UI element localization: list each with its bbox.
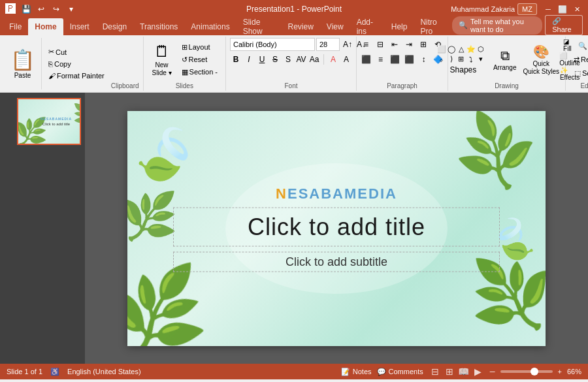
status-bar: Slide 1 of 1 ♿ English (United States) 📝… [0, 364, 588, 379]
replace-button[interactable]: ⇄ Replace [570, 54, 588, 65]
italic-button[interactable]: I [243, 53, 255, 66]
outline-view-button[interactable]: ⊞ [443, 366, 456, 377]
zoom-out-button[interactable]: ─ [490, 368, 495, 375]
tab-animations[interactable]: Animations [184, 18, 236, 35]
slideshow-view-button[interactable]: ▶ [472, 366, 485, 377]
char-spacing-button[interactable]: AV [295, 53, 307, 66]
copy-button[interactable]: ⎘ Copy [44, 59, 108, 69]
tab-help[interactable]: Help [385, 18, 414, 35]
tab-nitro[interactable]: Nitro Pro [414, 18, 451, 35]
zoom-in-button[interactable]: + [558, 368, 562, 375]
quick-styles-button[interactable]: 🎨 Quick Quick Styles [520, 42, 562, 76]
drawing-group-content: ⬜ ◯ △ ⭐ ⬡ ⬦ ⟩ ⊞ ⤵ ▾ Shapes ⧉ Arrange [437, 38, 576, 81]
shadow-button[interactable]: S [282, 53, 294, 66]
numbering-button[interactable]: ⊟ [374, 38, 387, 51]
cut-icon: ✂ [48, 48, 54, 56]
tab-view[interactable]: View [320, 18, 350, 35]
shape-item[interactable]: ⊞ [457, 55, 466, 64]
normal-view-button[interactable]: ⊟ [429, 366, 442, 377]
align-center-button[interactable]: ≡ [374, 53, 387, 66]
reset-button[interactable]: ↺ Reset [178, 54, 221, 65]
leaf-mid-left: 🌿 [127, 189, 178, 243]
align-right-button[interactable]: ⬛ [388, 53, 401, 66]
tab-addins[interactable]: Add-ins [350, 18, 385, 35]
new-slide-button[interactable]: 🗒 New Slide ▾ [148, 40, 176, 79]
font-name-input[interactable] [230, 38, 315, 51]
zoom-slider[interactable] [500, 370, 553, 373]
columns-button[interactable]: ⊞ [417, 38, 430, 51]
shape-item[interactable]: ⤵ [466, 55, 476, 64]
title-bar-left: 🅿 💾 ↩ ↪ ▾ [5, 3, 78, 16]
font-color-button[interactable]: A [327, 53, 339, 66]
restore-button[interactable]: ⬜ [557, 3, 568, 15]
view-buttons: ⊟ ⊞ 📖 ▶ [429, 366, 485, 377]
more-shapes-button[interactable]: ▾ [476, 55, 485, 64]
change-case-button[interactable]: Aa [308, 53, 320, 66]
slide-thumbnail[interactable]: 🌿 🌿 NESABAMEDIA Click to add title [17, 98, 81, 145]
tab-slideshow[interactable]: Slide Show [237, 18, 282, 35]
find-button[interactable]: 🔍 Find [574, 40, 588, 52]
slide-title-placeholder[interactable]: Click to add title [173, 207, 500, 246]
shape-item[interactable]: ⬜ [437, 45, 446, 54]
font-size-input[interactable] [316, 38, 340, 51]
tab-file[interactable]: File [3, 18, 28, 35]
shape-item[interactable]: △ [457, 45, 466, 54]
tab-review[interactable]: Review [282, 18, 320, 35]
cut-button[interactable]: ✂ Cut [44, 46, 108, 57]
undo-button[interactable]: ↩ [35, 3, 48, 16]
font-group-label: Font [284, 81, 297, 89]
shape-item[interactable]: ⟩ [447, 55, 456, 64]
line-spacing-button[interactable]: ↕ [417, 53, 430, 66]
minimize-button[interactable]: ─ [542, 3, 554, 15]
comments-button[interactable]: 💬 Comments [377, 368, 423, 376]
tab-insert[interactable]: Insert [63, 18, 96, 35]
slide-subtitle-placeholder[interactable]: Click to add subtitle [173, 251, 500, 272]
title-bar-right: Muhammad Zakaria MZ ─ ⬜ ✕ [451, 3, 583, 15]
user-badge: MZ [517, 3, 537, 15]
highlight-button[interactable]: A [340, 53, 352, 66]
tab-transitions[interactable]: Transitions [133, 18, 184, 35]
share-button[interactable]: 🔗 Share [545, 15, 583, 35]
reading-view-button[interactable]: 📖 [457, 366, 470, 377]
select-button[interactable]: ⬚ Select - [570, 68, 588, 79]
zoom-thumb[interactable] [531, 368, 538, 375]
section-button[interactable]: ▦ Section - [178, 67, 221, 78]
search-icon: 🔍 [459, 21, 468, 29]
bold-button[interactable]: B [230, 53, 242, 66]
notes-button[interactable]: 📝 Notes [341, 368, 372, 376]
align-left-button[interactable]: ⬛ [359, 53, 372, 66]
increase-font-button[interactable]: A↑ [341, 38, 354, 51]
tell-me-search[interactable]: 🔍 Tell me what you want to do [452, 16, 542, 35]
redo-button[interactable]: ↪ [50, 3, 63, 16]
bullets-button[interactable]: ≡ [359, 38, 372, 51]
layout-button[interactable]: ⊞ Layout [178, 42, 221, 53]
shape-item[interactable]: ⭐ [466, 45, 476, 54]
ribbon-group-editing: 🔍 Find ⇄ Replace ⬚ Select - Editing [566, 37, 588, 91]
list-row: ≡ ⊟ ⇤ ⇥ ⊞ ⟲ [359, 38, 444, 51]
new-slide-icon: 🗒 [154, 42, 170, 61]
close-button[interactable]: ✕ [571, 3, 583, 15]
watermark-text: ESABAMEDIA [287, 185, 397, 201]
tab-design[interactable]: Design [96, 18, 133, 35]
save-button[interactable]: 💾 [20, 3, 33, 16]
slide-thumbnail-wrapper: 1 🌿 🌿 NESABAMEDIA Click to add title [4, 98, 81, 145]
shape-item[interactable]: ⬦ [437, 55, 446, 64]
increase-indent-button[interactable]: ⇥ [402, 38, 416, 51]
paste-button[interactable]: 📋 Paste [7, 39, 39, 88]
format-painter-button[interactable]: 🖌 Format Painter [44, 71, 108, 81]
ribbon-tabs: File Home Insert Design Transitions Anim… [0, 18, 588, 35]
strikethrough-button[interactable]: S [269, 53, 281, 66]
tab-home[interactable]: Home [28, 18, 63, 35]
customize-qa-button[interactable]: ▾ [65, 3, 78, 16]
shape-item[interactable]: ⬡ [476, 45, 485, 54]
underline-button[interactable]: U [256, 53, 268, 66]
notes-icon: 📝 [341, 368, 350, 376]
slide-canvas[interactable]: 🌿 🍃 🌿 🌿 🌿 🍃 NESABAMEDIA Click to add tit… [127, 111, 546, 346]
drawing-group-label: Drawing [495, 81, 519, 89]
decrease-indent-button[interactable]: ⇤ [388, 38, 401, 51]
ribbon-group-paragraph: ≡ ⊟ ⇤ ⇥ ⊞ ⟲ ⬛ ≡ ⬛ ⬛ ↕ 🔷 Paragraph [357, 37, 448, 91]
align-row: ⬛ ≡ ⬛ ⬛ ↕ 🔷 [359, 53, 444, 66]
arrange-button[interactable]: ⧉ Arrange [491, 47, 519, 72]
shape-item[interactable]: ◯ [447, 45, 456, 54]
justify-button[interactable]: ⬛ [402, 53, 416, 66]
